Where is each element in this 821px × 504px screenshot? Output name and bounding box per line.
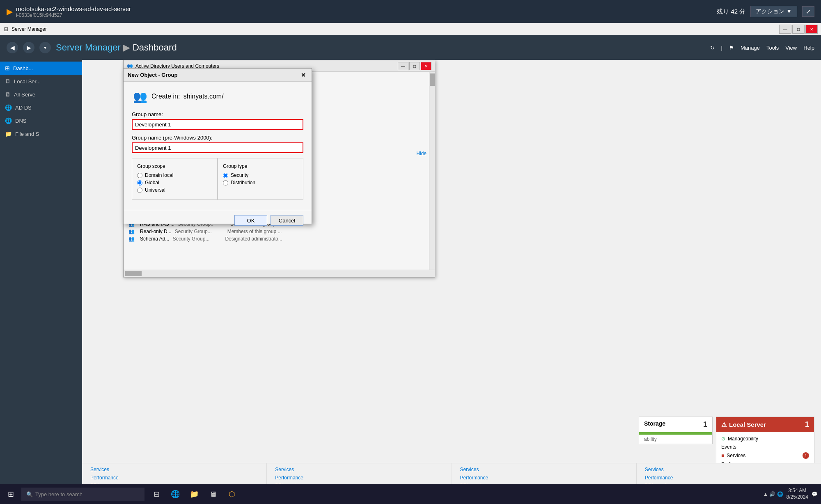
back-button[interactable]: ◀ — [7, 42, 18, 53]
group-name-label: Group name: — [132, 111, 303, 117]
col1-services[interactable]: Services — [90, 467, 258, 472]
clock-date: 8/25/2024 — [787, 494, 808, 501]
ls-count: 1 — [805, 420, 809, 429]
group-icon: 👥 — [132, 88, 148, 105]
sm-titlebar: 🖥 Server Manager — □ ✕ — [0, 23, 821, 35]
aws-instance-id: i-0633ef015fc94d527 — [16, 12, 131, 18]
aws-time-remaining: 残り 42 分 — [717, 8, 745, 16]
cancel-button[interactable]: Cancel — [271, 215, 303, 226]
sm-maximize-btn[interactable]: □ — [792, 25, 805, 34]
scope-domain-local-radio[interactable] — [137, 173, 142, 178]
scope-domain-local-label: Domain local — [145, 172, 173, 178]
group-dialog-close[interactable]: ✕ — [299, 71, 307, 79]
aws-instance-name: mototsuka-ec2-windows-ad-dev-ad-server — [16, 5, 131, 12]
ls-events-row: Events — [721, 443, 809, 451]
local-server-icon: 🖥 — [5, 78, 11, 85]
ls-events-label: Events — [721, 444, 736, 450]
dns-icon: 🌐 — [5, 117, 12, 124]
aduc-close[interactable]: ✕ — [421, 62, 431, 70]
manage-menu[interactable]: Manage — [741, 45, 760, 51]
type-security: Security — [223, 172, 298, 178]
sidebar-all-label: All Serve — [14, 92, 35, 98]
scope-title: Group scope — [137, 163, 212, 169]
sm-header-title: Server Manager ▶ Dashboard — [56, 42, 177, 53]
hide-link[interactable]: Hide — [416, 151, 427, 156]
aduc-type-5: Security Group... — [172, 236, 222, 242]
sidebar-item-file-storage[interactable]: 📁 File and S — [0, 127, 82, 140]
group-name-pre2000-label: Group name (pre-Windows 2000): — [132, 135, 303, 141]
scope-universal-label: Universal — [145, 187, 165, 193]
taskbar-search[interactable]: 🔍 Type here to search — [21, 488, 144, 501]
explorer-icon[interactable]: 📁 — [186, 484, 203, 504]
clock-time: 3:54 AM — [787, 488, 808, 494]
aws-logo-icon: ▶ — [7, 7, 13, 16]
all-servers-icon: 🖥 — [5, 91, 11, 98]
sm-header-right: ↻ | ⚑ Manage Tools View Help — [710, 45, 814, 51]
aduc-name-5: Schema Ad... — [140, 236, 169, 242]
col2-services[interactable]: Services — [275, 467, 443, 472]
start-button[interactable]: ⊞ — [0, 484, 21, 504]
type-security-radio[interactable] — [223, 173, 228, 178]
scope-type-row: Group scope Domain local Global — [132, 158, 303, 200]
tools-menu[interactable]: Tools — [766, 45, 779, 51]
ls-manageability-label: Manageability — [728, 436, 758, 442]
ls-services-badge: 1 — [803, 452, 809, 459]
forward-button[interactable]: ▶ — [23, 42, 34, 53]
sidebar-item-all-servers[interactable]: 🖥 All Serve — [0, 88, 82, 101]
notification-icon[interactable]: 💬 — [812, 491, 818, 497]
type-distribution-radio[interactable] — [223, 180, 228, 186]
sidebar-item-dns[interactable]: 🌐 DNS — [0, 114, 82, 127]
ok-button[interactable]: OK — [234, 215, 267, 226]
app-icon-1[interactable]: 🖥 — [204, 484, 222, 504]
search-placeholder-text: Type here to search — [35, 491, 83, 497]
create-in-info: Create in: shinyats.com/ — [151, 93, 224, 100]
col4-services[interactable]: Services — [645, 467, 813, 472]
group-name-input[interactable] — [132, 119, 303, 130]
app-icon-2[interactable]: ⬡ — [223, 484, 241, 504]
separator: | — [721, 45, 722, 51]
scope-domain-local: Domain local — [137, 172, 212, 178]
flag-icon[interactable]: ⚑ — [729, 45, 734, 51]
sidebar-item-ad-ds[interactable]: 🌐 AD DS — [0, 101, 82, 114]
col3-performance[interactable]: Performance — [460, 475, 628, 481]
scope-box: Group scope Domain local Global — [132, 158, 218, 200]
main-content: 👥 Active Directory Users and Computers —… — [82, 60, 821, 504]
sm-breadcrumb-manager: Server Manager — [56, 42, 123, 53]
sidebar-item-local-server[interactable]: 🖥 Local Ser... — [0, 75, 82, 88]
storage-count: 1 — [703, 420, 707, 429]
task-view-icon[interactable]: ⊟ — [148, 484, 165, 504]
aduc-vscroll[interactable] — [429, 72, 435, 270]
aduc-desc-5: Designated administrato... — [225, 236, 282, 242]
create-in-row: 👥 Create in: shinyats.com/ — [132, 88, 303, 105]
aduc-minimize[interactable]: — — [398, 62, 408, 70]
aduc-hscroll-thumb — [125, 271, 142, 276]
edge-icon[interactable]: 🌐 — [167, 484, 184, 504]
col2-performance[interactable]: Performance — [275, 475, 443, 481]
dropdown-button[interactable]: ▼ — [39, 42, 51, 53]
sidebar-filestorage-label: File and S — [15, 131, 39, 137]
view-menu[interactable]: View — [785, 45, 797, 51]
dialog-footer: OK Cancel — [124, 210, 312, 231]
scope-global-radio[interactable] — [137, 180, 142, 186]
refresh-icon[interactable]: ↻ — [710, 45, 715, 51]
sm-titlebar-title: Server Manager — [11, 26, 47, 32]
aws-fullscreen-button[interactable]: ⤢ — [802, 6, 814, 17]
sidebar-item-dashboard[interactable]: ⊞ Dashb... — [0, 62, 82, 75]
sm-app-icon: 🖥 — [3, 26, 9, 32]
ls-manageability-icon: ⊙ — [721, 436, 725, 442]
type-title: Group type — [223, 163, 298, 169]
aduc-maximize[interactable]: □ — [409, 62, 420, 70]
sm-breadcrumb-dashboard: Dashboard — [133, 42, 177, 53]
scope-universal-radio[interactable] — [137, 188, 142, 193]
col4-performance[interactable]: Performance — [645, 475, 813, 481]
col3-services[interactable]: Services — [460, 467, 628, 472]
group-name-pre2000-input[interactable] — [132, 142, 303, 153]
sm-minimize-btn[interactable]: — — [779, 25, 791, 34]
help-menu[interactable]: Help — [803, 45, 814, 51]
ls-services-row: ■ Services 1 — [721, 451, 809, 460]
scope-global-label: Global — [145, 180, 159, 186]
aws-action-button[interactable]: アクション ▼ — [750, 6, 797, 17]
col1-performance[interactable]: Performance — [90, 475, 258, 481]
sm-close-btn[interactable]: ✕ — [805, 25, 818, 34]
aduc-hscroll[interactable] — [124, 270, 429, 277]
